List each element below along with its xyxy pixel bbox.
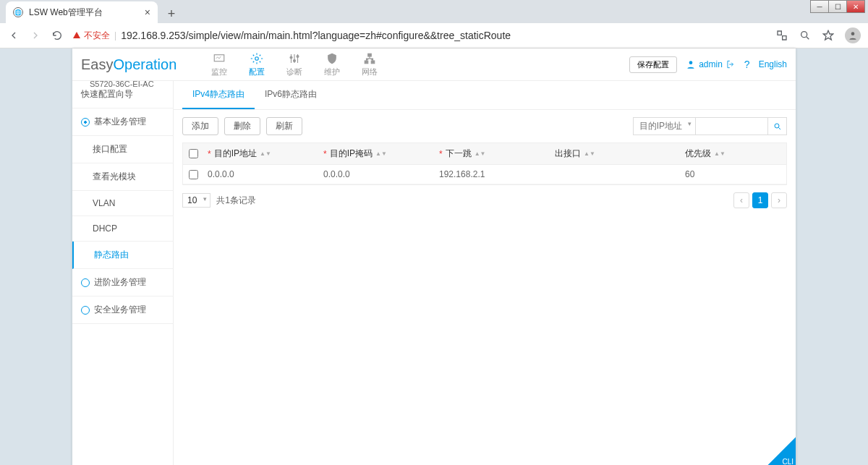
svg-point-9 bbox=[290, 56, 292, 59]
cell-dst: 0.0.0.0 bbox=[202, 165, 318, 184]
cell-prio: 60 bbox=[679, 165, 786, 184]
sidebar-label: 接口配置 bbox=[93, 143, 127, 155]
svg-rect-14 bbox=[372, 61, 375, 64]
reload-button[interactable] bbox=[51, 29, 64, 42]
gear-icon bbox=[250, 52, 264, 65]
tab-title: LSW Web管理平台 bbox=[29, 7, 139, 19]
tab-diagnose[interactable]: 诊断 bbox=[282, 51, 307, 79]
help-button[interactable]: ? bbox=[744, 59, 750, 70]
col-iface[interactable]: 出接口▲▼ bbox=[549, 143, 679, 164]
table-row[interactable]: 0.0.0.0 0.0.0.0 192.168.2.1 60 bbox=[183, 165, 786, 184]
next-page-button[interactable]: › bbox=[771, 192, 787, 208]
device-model: S5720-36C-EI-AC bbox=[90, 80, 154, 88]
svg-rect-4 bbox=[215, 54, 225, 61]
svg-rect-12 bbox=[368, 54, 372, 56]
add-button[interactable]: 添加 bbox=[182, 117, 218, 135]
sidebar-item-basic-services[interactable]: 基本业务管理 bbox=[72, 108, 173, 136]
cli-corner-button[interactable]: CLI bbox=[761, 433, 796, 465]
tab-monitor[interactable]: 监控 bbox=[207, 51, 231, 79]
search-field-select[interactable]: 目的IP地址 bbox=[633, 117, 696, 135]
maximize-button[interactable]: ☐ bbox=[828, 0, 847, 13]
pagination-bar: 10 共1条记录 ‹ 1 › bbox=[174, 185, 796, 216]
brand-op: Operation bbox=[113, 56, 176, 72]
subtab-ipv4[interactable]: IPv4静态路由 bbox=[182, 81, 255, 109]
window-controls: ─ ☐ ✕ bbox=[811, 0, 865, 13]
table-header: *目的IP地址▲▼ *目的IP掩码▲▼ *下一跳▲▼ 出接口▲▼ 优先级▲▼ bbox=[183, 143, 786, 165]
sidebar: 快速配置向导 基本业务管理 接口配置 查看光模块 VLAN DHCP 静态路由 … bbox=[72, 81, 174, 465]
col-next[interactable]: *下一跳▲▼ bbox=[433, 143, 549, 164]
sidebar-label: 快速配置向导 bbox=[81, 88, 133, 101]
tab-maintenance[interactable]: 维护 bbox=[320, 51, 344, 79]
search-select-label: 目的IP地址 bbox=[639, 121, 682, 131]
svg-point-10 bbox=[294, 59, 296, 61]
url-text: 192.168.9.253/simple/view/main/main.html… bbox=[121, 30, 511, 41]
close-window-button[interactable]: ✕ bbox=[846, 0, 865, 13]
col-dst[interactable]: *目的IP地址▲▼ bbox=[202, 143, 318, 164]
sidebar-item-static-route[interactable]: 静态路由 bbox=[72, 242, 173, 269]
col-iface-label: 出接口 bbox=[555, 148, 581, 160]
cell-next: 192.168.2.1 bbox=[433, 165, 549, 184]
record-count: 共1条记录 bbox=[216, 195, 256, 207]
svg-point-5 bbox=[255, 56, 259, 60]
tab-configure[interactable]: 配置 bbox=[244, 51, 269, 79]
sidebar-label: 静态路由 bbox=[94, 249, 129, 261]
sidebar-label: VLAN bbox=[93, 198, 115, 208]
language-toggle[interactable]: English bbox=[759, 59, 787, 69]
col-dst-label: 目的IP地址 bbox=[214, 148, 257, 160]
user-menu[interactable]: admin bbox=[686, 59, 736, 69]
col-mask[interactable]: *目的IP掩码▲▼ bbox=[318, 143, 433, 164]
star-icon[interactable] bbox=[822, 29, 835, 42]
tab-network[interactable]: 网络 bbox=[357, 51, 382, 79]
col-prio[interactable]: 优先级▲▼ bbox=[679, 143, 786, 164]
sidebar-label: DHCP bbox=[93, 223, 117, 234]
route-table: *目的IP地址▲▼ *目的IP掩码▲▼ *下一跳▲▼ 出接口▲▼ 优先级▲▼ 0… bbox=[182, 142, 787, 185]
profile-avatar[interactable] bbox=[845, 27, 861, 43]
sidebar-item-vlan[interactable]: VLAN bbox=[72, 191, 173, 216]
svg-point-11 bbox=[297, 55, 299, 57]
tab-maintenance-label: 维护 bbox=[324, 67, 340, 77]
cli-label: CLI bbox=[782, 458, 793, 465]
save-config-button[interactable]: 保存配置 bbox=[629, 56, 677, 73]
delete-button[interactable]: 删除 bbox=[224, 117, 260, 135]
sidebar-item-interface[interactable]: 接口配置 bbox=[72, 136, 173, 163]
translate-icon[interactable] bbox=[775, 29, 788, 42]
new-tab-button[interactable]: + bbox=[162, 4, 181, 23]
sort-icon: ▲▼ bbox=[475, 152, 486, 155]
col-mask-label: 目的IP掩码 bbox=[330, 148, 373, 160]
close-tab-icon[interactable]: × bbox=[145, 7, 150, 18]
zoom-icon[interactable] bbox=[799, 29, 812, 42]
sidebar-item-advanced[interactable]: 进阶业务管理 bbox=[72, 269, 173, 297]
page-size-select[interactable]: 10 bbox=[182, 193, 210, 208]
svg-marker-2 bbox=[823, 30, 833, 40]
subtab-ipv6[interactable]: IPv6静态路由 bbox=[255, 81, 327, 109]
browser-tab[interactable]: 🌐 LSW Web管理平台 × bbox=[6, 1, 158, 23]
subtab-ipv6-label: IPv6静态路由 bbox=[265, 89, 317, 99]
logout-icon bbox=[726, 59, 736, 69]
forward-button[interactable] bbox=[29, 29, 42, 42]
select-all-checkbox[interactable] bbox=[189, 149, 198, 158]
sidebar-item-optical[interactable]: 查看光模块 bbox=[72, 163, 173, 191]
back-button[interactable] bbox=[7, 29, 20, 42]
user-name: admin bbox=[699, 59, 723, 69]
sort-icon: ▲▼ bbox=[584, 152, 595, 155]
tab-network-label: 网络 bbox=[362, 67, 378, 77]
search-input[interactable] bbox=[696, 117, 768, 135]
sort-icon: ▲▼ bbox=[714, 152, 726, 155]
svg-line-17 bbox=[778, 127, 780, 129]
prev-page-button[interactable]: ‹ bbox=[733, 192, 749, 208]
col-next-label: 下一跳 bbox=[446, 148, 472, 160]
tab-monitor-label: 监控 bbox=[211, 67, 227, 77]
svg-point-15 bbox=[689, 61, 693, 64]
refresh-button[interactable]: 刷新 bbox=[266, 117, 302, 135]
brand-logo: EasyOperation bbox=[81, 56, 176, 73]
search-button[interactable] bbox=[768, 117, 787, 135]
address-bar: 不安全 | 192.168.9.253/simple/view/main/mai… bbox=[0, 23, 868, 48]
sidebar-item-security[interactable]: 安全业务管理 bbox=[72, 297, 173, 324]
row-checkbox[interactable] bbox=[189, 170, 198, 179]
tab-configure-label: 配置 bbox=[249, 67, 265, 77]
page-1-button[interactable]: 1 bbox=[752, 192, 768, 208]
sidebar-item-dhcp[interactable]: DHCP bbox=[72, 216, 173, 242]
cell-iface bbox=[549, 165, 679, 184]
minimize-button[interactable]: ─ bbox=[810, 0, 829, 13]
address-content[interactable]: 不安全 | 192.168.9.253/simple/view/main/mai… bbox=[72, 30, 767, 42]
